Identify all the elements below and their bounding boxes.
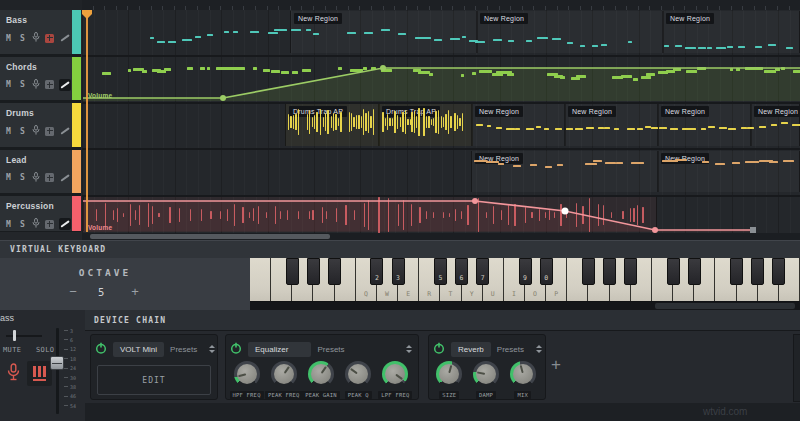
black-key[interactable] [307, 258, 320, 285]
volume-fader[interactable] [56, 328, 59, 414]
black-key[interactable]: 6 [455, 258, 468, 285]
arrangement-scrollbar-thumb[interactable] [90, 234, 330, 239]
track-automation-icon[interactable] [59, 125, 71, 137]
black-key[interactable] [603, 258, 616, 285]
knob-lpf-freq[interactable] [382, 361, 408, 387]
knob-size[interactable] [436, 361, 462, 387]
track-header-bass[interactable]: BassMS [0, 10, 72, 54]
piano-scrollbar[interactable] [250, 302, 800, 310]
black-key[interactable]: 2 [370, 258, 383, 285]
knob-label: DAMP [476, 391, 496, 399]
presets-dropdown[interactable]: Presets [497, 345, 524, 354]
piano-scrollbar-thumb[interactable] [655, 303, 795, 309]
device-name[interactable]: VOLT Mini [113, 342, 164, 357]
solo-button[interactable]: SOLO [36, 346, 54, 354]
octave-plus-button[interactable]: + [128, 284, 142, 299]
device-name[interactable]: Equalizer [248, 342, 311, 357]
black-key[interactable]: 9 [519, 258, 532, 285]
black-key[interactable] [730, 258, 743, 285]
edit-button[interactable]: EDIT [97, 365, 211, 395]
track-mute-button[interactable]: M [4, 173, 13, 182]
virtual-keyboard-title: VIRTUAL KEYBOARD [10, 245, 106, 254]
track-mic-icon[interactable] [32, 169, 40, 187]
fader-tick-label: 12 [70, 346, 76, 352]
knob-damp[interactable] [473, 361, 499, 387]
knob-hpf-freq[interactable] [234, 361, 260, 387]
knob-label: PEAK Q [345, 391, 372, 399]
track-header-chords[interactable]: ChordsMS [0, 57, 72, 100]
black-key[interactable] [772, 258, 785, 285]
knob-peak-freq[interactable] [271, 361, 297, 387]
presets-sort-icon[interactable] [536, 345, 542, 353]
power-icon[interactable] [433, 340, 445, 358]
arrangement-scrollbar[interactable] [82, 233, 800, 240]
knob-peak-gain[interactable] [308, 361, 334, 387]
knob-peak-q[interactable] [345, 361, 371, 387]
track-name: Percussion [6, 201, 54, 211]
track-mute-button[interactable]: M [4, 220, 13, 229]
track-color-lead [72, 150, 81, 194]
track-header-lead[interactable]: LeadMS [0, 150, 72, 194]
track-mute-button[interactable]: M [4, 34, 13, 43]
playhead-line [86, 10, 88, 232]
black-key[interactable]: 5 [434, 258, 447, 285]
presets-dropdown[interactable]: Presets [317, 345, 344, 354]
volume-fader-thumb[interactable] [50, 356, 64, 370]
track-mute-button[interactable]: M [4, 127, 13, 136]
track-automation-icon[interactable] [59, 218, 71, 230]
track-header-drums[interactable]: DrumsMS [0, 103, 72, 147]
track-mic-icon[interactable] [32, 76, 40, 94]
track-solo-button[interactable]: S [18, 173, 27, 182]
track-solo-button[interactable]: S [18, 34, 27, 43]
presets-sort-icon[interactable] [209, 345, 215, 353]
device-chain-title: DEVICE CHAIN [94, 316, 166, 325]
octave-panel: OCTAVE − 5 + [0, 258, 250, 310]
power-icon[interactable] [95, 340, 107, 358]
track-name: Chords [6, 62, 37, 72]
black-key[interactable] [751, 258, 764, 285]
black-key[interactable] [624, 258, 637, 285]
mute-button[interactable]: MUTE [3, 346, 21, 354]
device-name[interactable]: Reverb [451, 342, 491, 357]
black-key[interactable] [667, 258, 680, 285]
track-solo-button[interactable]: S [18, 127, 27, 136]
track-instrument-icon[interactable] [45, 127, 54, 136]
white-key[interactable] [250, 258, 271, 301]
track-automation-icon[interactable] [59, 79, 71, 91]
pan-slider[interactable] [6, 335, 42, 337]
black-key[interactable] [328, 258, 341, 285]
track-automation-icon[interactable] [59, 172, 71, 184]
fader-tick [64, 358, 68, 359]
piano-keyboard[interactable]: QWERTYUIOP2356790 [250, 258, 800, 302]
octave-minus-button[interactable]: − [66, 284, 80, 299]
keyboard-input-button[interactable] [27, 361, 52, 386]
track-instrument-icon[interactable] [45, 173, 54, 182]
mic-icon[interactable] [6, 363, 21, 386]
black-key[interactable] [286, 258, 299, 285]
black-key[interactable] [582, 258, 595, 285]
track-mic-icon[interactable] [32, 29, 40, 47]
track-mic-icon[interactable] [32, 215, 40, 233]
black-key[interactable]: 0 [540, 258, 553, 285]
knob-mix[interactable] [510, 361, 536, 387]
track-mic-icon[interactable] [32, 122, 40, 140]
presets-sort-icon[interactable] [406, 345, 412, 353]
track-solo-button[interactable]: S [18, 220, 27, 229]
key-label: 5 [435, 274, 446, 282]
black-key[interactable]: 7 [476, 258, 489, 285]
presets-dropdown[interactable]: Presets [170, 345, 197, 354]
track-solo-button[interactable]: S [18, 80, 27, 89]
track-automation-icon[interactable] [59, 32, 71, 44]
track-instrument-icon[interactable] [45, 34, 54, 43]
black-key[interactable] [688, 258, 701, 285]
track-header-percussion[interactable]: PercussionMS [0, 196, 72, 231]
black-key[interactable]: 3 [392, 258, 405, 285]
pan-slider-thumb[interactable] [13, 330, 16, 341]
track-color-percussion [72, 196, 81, 231]
track-instrument-icon[interactable] [45, 220, 54, 229]
track-instrument-icon[interactable] [45, 80, 54, 89]
arrangement-lanes[interactable]: New RegionNew RegionNew RegionDrums Trap… [82, 10, 800, 240]
add-device-button[interactable]: + [551, 355, 561, 375]
track-mute-button[interactable]: M [4, 80, 13, 89]
power-icon[interactable] [230, 340, 242, 358]
